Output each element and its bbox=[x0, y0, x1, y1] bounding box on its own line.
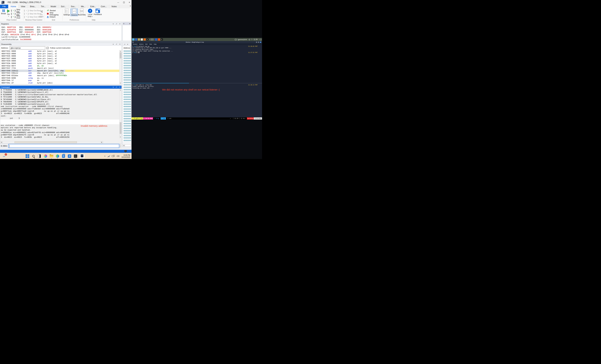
tab-view[interactable]: View bbox=[19, 5, 28, 8]
terminal-close-button[interactable]: ✕ bbox=[260, 42, 261, 43]
go-button[interactable]: Go ▾ bbox=[6, 9, 11, 17]
disasm-row[interactable]: 089ff93f ff31pushdword ptr [ecx] bbox=[0, 67, 121, 70]
step-out-button[interactable]: {↥}Step Out bbox=[11, 9, 23, 12]
terminal-maximize-button[interactable] bbox=[258, 42, 259, 43]
disasm-row[interactable]: 089ff943 036e12addebp, dword ptr [esi+12… bbox=[0, 72, 121, 75]
local-help-button[interactable]: ? Local Help ▾ bbox=[86, 9, 94, 18]
tab-notes[interactable]: Notes bbox=[109, 5, 119, 8]
terminal-tab-icon[interactable]: ▸ bbox=[146, 38, 149, 41]
tmux-segment[interactable]: 1 blog bbox=[153, 117, 161, 120]
disassembly-vscrollbar[interactable]: ▲ ▼ bbox=[119, 50, 121, 84]
tmux-segment[interactable]: 3 zsh bbox=[166, 117, 173, 120]
workspace-pager[interactable] bbox=[150, 38, 154, 40]
volume-icon[interactable]: ◁))) bbox=[116, 155, 119, 157]
close-button[interactable]: ✕ bbox=[129, 1, 130, 3]
pin-icon[interactable] bbox=[115, 86, 117, 88]
disasm-row[interactable]: 089ff94b 1fpopds bbox=[0, 79, 121, 82]
restart-button[interactable]: ↺Restart bbox=[47, 9, 62, 12]
launcher-chevron-icon[interactable]: ▾ bbox=[149, 39, 150, 40]
scroll-down-icon[interactable]: ▼ bbox=[120, 136, 122, 138]
taskbar-icon-widgets[interactable] bbox=[37, 154, 41, 158]
panel-close-icon[interactable]: ✕ bbox=[119, 23, 120, 25]
tab-model[interactable]: Model bbox=[48, 5, 59, 8]
pin-icon[interactable] bbox=[115, 43, 117, 45]
memory-hscrollbar[interactable]: ◀ bbox=[123, 144, 131, 146]
terminal-top-pane[interactable]: [/tmp]$ python3 exp.py11:36:03 PHT[i] Co… bbox=[131, 45, 262, 53]
taskbar-icon-search[interactable] bbox=[31, 154, 35, 158]
tab-file[interactable]: File bbox=[0, 5, 8, 8]
panel-volume-icon[interactable]: ◁) bbox=[248, 38, 250, 40]
text-editor-icon[interactable] bbox=[141, 38, 143, 41]
menu-session[interactable]: Session bbox=[133, 43, 137, 45]
tab-home[interactable]: Home bbox=[8, 5, 19, 8]
taskbar-icon-store[interactable] bbox=[61, 154, 66, 158]
scroll-left-icon[interactable]: ◀ bbox=[0, 141, 3, 143]
disasm-row[interactable]: 089ff940 316e12xordword ptr [esi+12h], e… bbox=[0, 70, 121, 72]
file-manager-icon[interactable] bbox=[138, 38, 140, 41]
display-icon[interactable] bbox=[235, 39, 237, 40]
follow-current-instruction-checkbox[interactable]: ✓ bbox=[46, 47, 49, 49]
taskbar-icon-start[interactable] bbox=[25, 154, 30, 158]
mini-pane-dock-icon[interactable]: ▼ bbox=[129, 23, 130, 25]
tab-sou[interactable]: Sou... bbox=[69, 5, 79, 8]
notification-bell-icon[interactable]: ⚆ bbox=[251, 38, 252, 40]
pin-icon[interactable] bbox=[124, 44, 125, 45]
command-input[interactable] bbox=[8, 144, 119, 148]
feedback-button[interactable]: Feedback bbox=[94, 9, 101, 15]
tab-com[interactable]: Com... bbox=[99, 5, 109, 8]
address-input[interactable] bbox=[10, 47, 45, 49]
taskbar-icon-edge[interactable] bbox=[55, 154, 60, 158]
taskbar-icon-windbg[interactable]: 0110 bbox=[80, 153, 85, 159]
go-back-button[interactable]: Go Back bbox=[39, 9, 44, 18]
disasm-row[interactable]: 089ff946 831bbesbbdword ptr [ebx], 0FFFF… bbox=[0, 75, 121, 77]
panel-menu-icon[interactable]: ▾ bbox=[113, 43, 114, 45]
taskbar-icon-outlook[interactable]: O bbox=[68, 154, 71, 158]
scroll-up-icon[interactable]: ▲ bbox=[120, 89, 122, 91]
panel-clock[interactable]: 11:39 bbox=[253, 38, 258, 40]
power-icon[interactable] bbox=[260, 39, 261, 40]
tab-me[interactable]: Me... bbox=[79, 5, 88, 8]
taskbar-clock[interactable]: 8:39 PM 10/10/2025 bbox=[121, 154, 130, 158]
scroll-left-icon[interactable]: ◀ bbox=[123, 144, 125, 147]
disasm-row[interactable]: 089ff939 0000addbyte ptr [eax], al bbox=[0, 60, 121, 62]
scroll-right-icon[interactable]: ▶ bbox=[100, 141, 103, 143]
tmux-pane-divider[interactable] bbox=[131, 83, 262, 83]
terminal-app-icon[interactable]: ▸ bbox=[161, 38, 163, 41]
minimize-button[interactable]: — bbox=[117, 1, 119, 3]
command-history-spinner[interactable]: ▲▼ bbox=[119, 144, 122, 148]
firefox-alt-icon[interactable] bbox=[158, 38, 160, 41]
menu-view[interactable]: View bbox=[149, 43, 152, 45]
taskbar-icon-file-explorer[interactable] bbox=[50, 154, 53, 158]
assembly-button[interactable]: 0110110101Assembly bbox=[78, 9, 85, 16]
disasm-row[interactable]: 089ff931 0000addbyte ptr [eax], al bbox=[0, 50, 121, 53]
feedback-bubble-icon[interactable] bbox=[124, 150, 127, 152]
panel-menu-icon[interactable]: ▾ bbox=[113, 23, 114, 25]
go-dropdown-icon[interactable]: ▾ bbox=[8, 16, 9, 17]
tmux-segment[interactable]: 2 exp bbox=[160, 117, 166, 120]
pin-icon[interactable] bbox=[115, 23, 117, 25]
onedrive-paused-icon[interactable]: ☁ bbox=[108, 155, 110, 157]
maximize-button[interactable] bbox=[123, 2, 125, 3]
tab-tim[interactable]: Tim... bbox=[39, 5, 48, 8]
menu-actions[interactable]: Actions bbox=[139, 43, 143, 45]
tab-brea[interactable]: Brea... bbox=[28, 5, 39, 8]
ribbon-collapse-chevron-icon[interactable]: ▾ bbox=[130, 5, 131, 7]
command-hscrollbar[interactable]: ◀ ▶ bbox=[0, 141, 103, 144]
disasm-row[interactable]: 089ff935 0000addbyte ptr [eax], al bbox=[0, 55, 121, 57]
scroll-up-icon[interactable]: ▲ bbox=[120, 50, 122, 52]
command-vscrollbar[interactable]: ▲ ▼ bbox=[119, 89, 121, 138]
disasm-row[interactable]: 089ff949 6696xchgax, si bbox=[0, 77, 121, 79]
pointer-icon[interactable] bbox=[132, 38, 134, 41]
taskbar-icon-copilot[interactable] bbox=[43, 154, 48, 158]
panel-close-icon[interactable]: ✕ bbox=[127, 44, 128, 45]
firefox-icon[interactable] bbox=[144, 38, 146, 41]
memory-address-input[interactable] bbox=[130, 47, 131, 49]
disasm-row[interactable]: 089ff937 0000addbyte ptr [eax], al bbox=[0, 57, 121, 60]
mini-pane-close-icon[interactable]: ✕ bbox=[123, 23, 124, 25]
step-into-button[interactable]: {↧}Step Into bbox=[11, 12, 23, 15]
panel-close-icon[interactable]: ✕ bbox=[119, 43, 120, 45]
window-icon[interactable] bbox=[135, 38, 137, 41]
menu-edit[interactable]: Edit bbox=[145, 43, 148, 45]
code-app-icon[interactable] bbox=[155, 38, 157, 41]
tab-scri[interactable]: Scri... bbox=[59, 5, 69, 8]
